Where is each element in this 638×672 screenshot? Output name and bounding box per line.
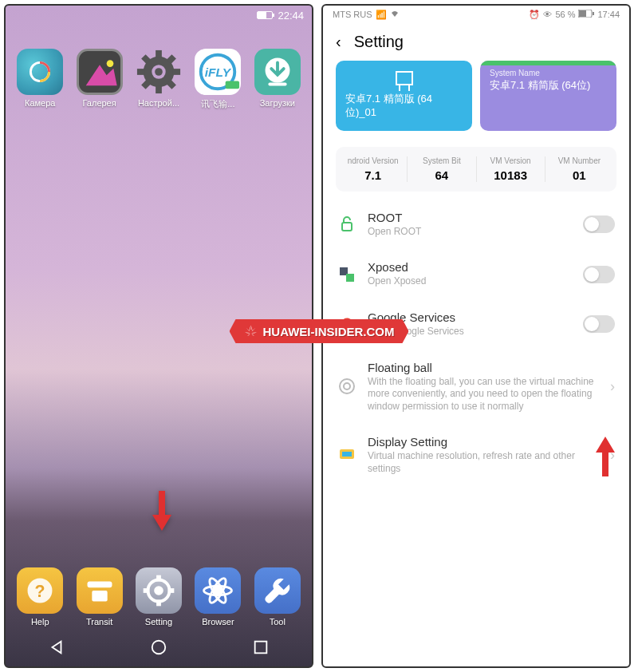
dock-label: Transit — [86, 617, 112, 627]
app-ifly[interactable]: iFLY 讯飞输... — [191, 49, 244, 110]
svg-rect-36 — [579, 10, 586, 17]
app-gallery[interactable]: Галерея — [73, 49, 125, 110]
dock-label: Help — [31, 617, 49, 627]
setting-sub: Virtual machine resolution, refresh rate… — [368, 450, 599, 475]
status-time: 22:44 — [278, 10, 304, 22]
dock-setting[interactable]: Setting — [132, 567, 185, 627]
vm-info-bar: ndroid Version 7.1 System Bit 64 VM Vers… — [336, 147, 616, 192]
watermark-badge: HUAWEI-INSIDER.COM — [230, 319, 409, 343]
setting-title: Xposed — [368, 260, 572, 274]
app-label: 讯飞输... — [201, 98, 234, 110]
svg-rect-34 — [255, 642, 267, 654]
settings-header: ‹ Setting — [323, 23, 629, 61]
app-label: Настрой... — [138, 98, 179, 108]
svg-rect-16 — [226, 81, 239, 89]
svg-rect-47 — [342, 452, 352, 457]
display-icon — [337, 445, 356, 464]
svg-point-33 — [152, 641, 166, 654]
google-services-toggle[interactable] — [583, 315, 615, 333]
settings-list: ROOT Open ROOT Xposed Open Xposed Google… — [323, 200, 629, 666]
eye-icon: 👁 — [543, 10, 552, 19]
svg-rect-24 — [156, 575, 161, 582]
svg-point-44 — [340, 379, 354, 393]
svg-text:?: ? — [35, 582, 45, 601]
svg-rect-37 — [593, 12, 594, 15]
alarm-icon: ⏰ — [529, 10, 540, 20]
svg-rect-18 — [268, 83, 286, 86]
gear-icon — [136, 49, 182, 95]
carrier-label: MTS RUS — [333, 10, 372, 19]
svg-point-45 — [344, 383, 350, 389]
status-time: 17:44 — [597, 10, 620, 19]
xposed-toggle[interactable] — [583, 266, 615, 283]
setting-floating-ball[interactable]: Floating ball With the floating ball, yo… — [323, 350, 629, 425]
svg-rect-38 — [396, 72, 412, 85]
recent-nav-button[interactable] — [252, 638, 270, 656]
transit-icon — [77, 567, 123, 614]
info-vm-version: VM Version 10183 — [477, 156, 545, 182]
svg-rect-41 — [342, 223, 352, 231]
chevron-right-icon: › — [610, 378, 615, 395]
vm-cards: 安卓7.1 精简版 (64位)_01 System Name 安卓7.1 精简版… — [323, 61, 629, 139]
setting-title: Floating ball — [368, 361, 599, 374]
home-nav-button[interactable] — [150, 638, 167, 656]
app-label: Камера — [25, 98, 55, 108]
vm-card-title: 安卓7.1 精简版 (64位)_01 — [345, 93, 463, 120]
vm-card-title: 安卓7.1 精简版 (64位) — [490, 79, 607, 93]
app-grid: Камера Галерея Настрой... iFLY 讯飞输... За… — [6, 25, 312, 118]
app-camera[interactable]: Камера — [14, 49, 66, 110]
android-nav-bar — [6, 628, 312, 666]
status-bar-right: MTS RUS 📶 ⏰ 👁 56 % 17:44 — [323, 6, 629, 23]
dock-browser[interactable]: Browser — [191, 567, 244, 627]
vm-card-active[interactable]: 安卓7.1 精简版 (64位)_01 — [336, 61, 472, 131]
camera-icon — [17, 49, 63, 95]
back-button[interactable]: ‹ — [336, 33, 341, 51]
setting-sub: With the floating ball, you can use the … — [368, 376, 599, 413]
download-icon — [254, 49, 301, 95]
battery-icon — [257, 11, 273, 19]
setting-xposed[interactable]: Xposed Open Xposed — [323, 249, 629, 299]
card-accent — [480, 61, 616, 65]
svg-rect-25 — [156, 600, 161, 607]
svg-rect-43 — [346, 274, 354, 282]
floating-ball-icon — [337, 377, 356, 396]
app-label: Загрузки — [260, 98, 295, 108]
info-system-bit: System Bit 64 — [408, 156, 476, 182]
info-vm-number: VM Number 01 — [545, 156, 613, 182]
signal-icon: 📶 — [376, 10, 387, 20]
app-settings-top[interactable]: Настрой... — [132, 49, 185, 110]
gallery-icon — [77, 49, 123, 95]
dock-label: Browser — [202, 617, 234, 627]
page-title: Setting — [354, 33, 404, 51]
svg-rect-7 — [172, 69, 180, 75]
vm-card-secondary[interactable]: System Name 安卓7.1 精简版 (64位) — [480, 61, 616, 131]
red-arrow-up — [596, 437, 615, 476]
svg-rect-4 — [156, 50, 162, 58]
root-toggle[interactable] — [583, 215, 615, 233]
svg-rect-22 — [92, 591, 107, 602]
status-bar-left: 22:44 — [6, 6, 312, 25]
battery-percent: 56 % — [555, 10, 575, 19]
help-icon: ? — [17, 567, 63, 614]
svg-rect-26 — [144, 588, 150, 593]
svg-rect-27 — [168, 588, 175, 593]
dock-help[interactable]: ? Help — [14, 567, 66, 627]
svg-point-13 — [155, 68, 163, 76]
setting-sub: Open ROOT — [368, 226, 572, 239]
dock-tool[interactable]: Tool — [251, 567, 304, 627]
red-arrow-down — [152, 491, 171, 531]
setting-root[interactable]: ROOT Open ROOT — [323, 200, 629, 250]
app-downloads[interactable]: Загрузки — [251, 49, 304, 110]
back-nav-button[interactable] — [48, 638, 65, 656]
vm-card-icon — [345, 69, 463, 93]
setting-icon — [136, 567, 182, 614]
dock-transit[interactable]: Transit — [73, 567, 125, 627]
setting-sub: Open Xposed — [368, 275, 572, 288]
svg-text:iFLY: iFLY — [205, 65, 232, 79]
setting-display[interactable]: Display Setting Virtual machine resoluti… — [323, 424, 629, 486]
dock-label: Setting — [145, 617, 172, 627]
dock-label: Tool — [270, 617, 286, 627]
svg-rect-6 — [137, 69, 145, 75]
svg-point-28 — [154, 586, 163, 595]
vm-card-sub: System Name — [490, 69, 607, 77]
